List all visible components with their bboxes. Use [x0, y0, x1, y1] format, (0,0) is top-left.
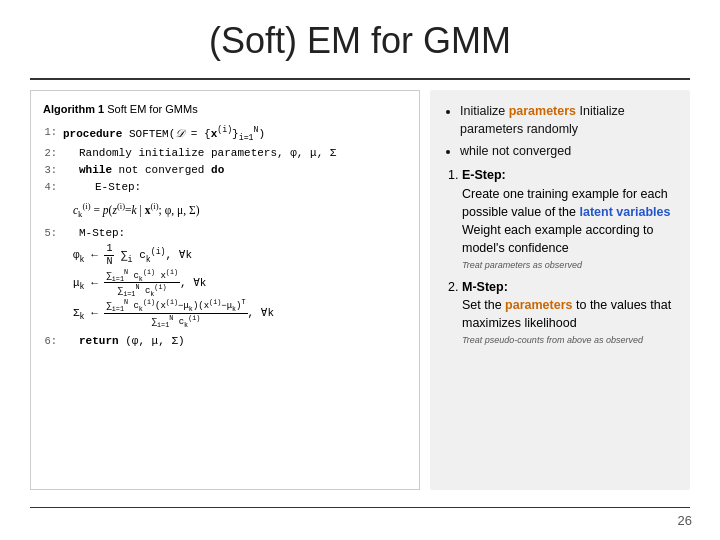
step2-set: Set the — [462, 298, 505, 312]
step1-latent: latent variables — [579, 205, 670, 219]
algo-line-5: 5: M-Step: — [43, 225, 407, 242]
formula-mu: μk ← ∑i=1N ck(i) x(i) ∑i=1N ck(i) , ∀k — [73, 268, 407, 299]
line-num-3: 3: — [43, 162, 57, 179]
algo-line-2: 2: Randomly initialize parameters, φ, μ,… — [43, 145, 407, 162]
line-content-6: return (φ, μ, Σ) — [63, 333, 407, 350]
line-num-5: 5: — [43, 225, 57, 242]
algo-line-3: 3: while not converged do — [43, 162, 407, 179]
algo-line-4: 4: E-Step: — [43, 179, 407, 196]
content-area: Algorithm 1 Soft EM for GMMs 1: procedur… — [30, 90, 690, 490]
line-num-1: 1: — [43, 124, 57, 145]
estep-formula: ck(i) = p(z(i)=k | x(i); φ, μ, Σ) — [73, 199, 407, 223]
top-rule — [30, 78, 690, 80]
line-num-6: 6: — [43, 333, 57, 350]
bullet-while: while not converged — [460, 142, 676, 160]
algo-header: Algorithm 1 Soft EM for GMMs — [43, 101, 407, 118]
mstep-formulas: φk ← 1 N ∑i ck(i), ∀k μk ← ∑i=1N ck(i) x… — [73, 243, 407, 330]
bullet-initialize: Initialize parameters Initialize paramet… — [460, 102, 676, 138]
step2-params: parameters — [505, 298, 572, 312]
formula-phi: φk ← 1 N ∑i ck(i), ∀k — [73, 243, 407, 268]
bottom-rule — [30, 507, 690, 508]
line-content-3: while not converged do — [63, 162, 407, 179]
highlight-parameters: parameters — [509, 104, 576, 118]
line-num-4: 4: — [43, 179, 57, 196]
line-content-1: procedure SOFTEM(𝒟 = {x(i)}i=1N) — [63, 124, 407, 145]
step2-tiny: Treat pseudo-counts from above as observ… — [462, 334, 676, 347]
algorithm-box: Algorithm 1 Soft EM for GMMs 1: procedur… — [30, 90, 420, 490]
line-num-2: 2: — [43, 145, 57, 162]
step1-tiny: Treat parameters as observed — [462, 259, 676, 272]
line-content-4: E-Step: — [63, 179, 407, 196]
line-content-5: M-Step: — [63, 225, 407, 242]
line-content-2: Randomly initialize parameters, φ, μ, Σ — [63, 145, 407, 162]
slide: (Soft) EM for GMM Algorithm 1 Soft EM fo… — [0, 0, 720, 540]
algo-line-6: 6: return (φ, μ, Σ) — [43, 333, 407, 350]
step1-weight: Weight each example according to model's… — [462, 223, 654, 255]
formula-sigma: Σk ← ∑i=1N ck(i)(x(i)−μk)(x(i)−μk)T ∑i=1… — [73, 298, 407, 329]
main-bullets: Initialize parameters Initialize paramet… — [444, 102, 676, 160]
notes-box: Initialize parameters Initialize paramet… — [430, 90, 690, 490]
step2-title: M-Step: — [462, 280, 508, 294]
page-number: 26 — [678, 513, 692, 528]
step2-item: M-Step: Set the parameters to the values… — [462, 278, 676, 347]
steps-list: E-Step: Create one training example for … — [444, 166, 676, 347]
step1-item: E-Step: Create one training example for … — [462, 166, 676, 272]
step1-title: E-Step: — [462, 168, 506, 182]
algo-line-1: 1: procedure SOFTEM(𝒟 = {x(i)}i=1N) — [43, 124, 407, 145]
bullet2-text: while not converged — [460, 144, 571, 158]
slide-title: (Soft) EM for GMM — [30, 20, 690, 62]
